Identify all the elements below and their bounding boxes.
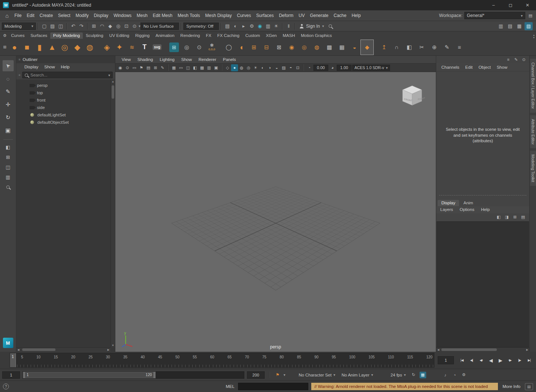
attribute-editor-toggle-icon[interactable]: ▦ [515, 22, 523, 30]
new-scene-icon[interactable]: ▢ [40, 22, 48, 30]
range-end-handle[interactable] [153, 372, 155, 378]
lock-camera-icon[interactable]: ⊙ [124, 64, 131, 71]
scrollbar-thumb[interactable] [441, 348, 497, 351]
open-scene-icon[interactable]: ▨ [48, 22, 57, 30]
quad-draw-icon[interactable]: ✎ [441, 40, 453, 55]
playhead[interactable]: 1 [10, 353, 16, 367]
channel-filter-icon[interactable]: ≡ [505, 56, 512, 63]
live-surface-field[interactable]: No Live Surface [140, 23, 179, 30]
outliner-item-persp[interactable]: persp [16, 82, 115, 89]
light-editor-icon[interactable]: ☀ [272, 22, 280, 30]
layout-four-pane-button[interactable]: ⊞ [3, 153, 13, 161]
snap-to-origin-icon[interactable]: ❄ 0,0,0 [206, 40, 218, 55]
step-forward-frame-button[interactable]: |▶ [515, 356, 524, 365]
scroll-right-icon[interactable]: ▶ [108, 348, 109, 351]
animation-start-field[interactable]: 1 [2, 371, 20, 379]
curve-comb-icon[interactable]: ≋ [126, 40, 138, 55]
bookmark-flag-icon[interactable]: ⚑ [274, 372, 281, 378]
poly-disc-icon[interactable]: ◍ [84, 40, 96, 55]
poly-plane-icon[interactable]: ◆ [71, 40, 84, 55]
rotate-tool[interactable]: ↻ [3, 112, 14, 123]
layout-outliner-pane-button[interactable]: ▥ [3, 173, 13, 181]
viewport-renderer-icon[interactable]: ◉ [256, 22, 264, 30]
play-button[interactable]: ▶ [496, 356, 505, 365]
shelf-scroll-arrows[interactable]: ▴ ▾ [533, 34, 536, 39]
shelf-tab[interactable]: FX Caching [214, 33, 242, 39]
maya-avatar[interactable]: M [3, 338, 13, 348]
outliner-item-top[interactable]: top [16, 89, 115, 96]
viewport-menu-item[interactable]: View [118, 57, 134, 62]
filter-icon[interactable]: ≡ [18, 73, 20, 77]
command-input[interactable] [238, 383, 308, 390]
menu-item[interactable]: Curves [234, 13, 254, 18]
extract-icon[interactable]: ⊠ [273, 40, 285, 55]
next-key-button[interactable]: •▶ [505, 356, 515, 365]
menu-item[interactable]: Generate [307, 13, 331, 18]
snap-to-projected-center-icon[interactable]: ◎ [114, 22, 122, 30]
go-to-start-button[interactable]: |◀ [457, 356, 467, 365]
previous-key-button[interactable]: ◀• [476, 356, 486, 365]
shelf-tab[interactable]: Motion Graphics [298, 33, 335, 39]
boolean-difference-icon[interactable]: ◎ [298, 40, 311, 55]
undo-icon[interactable]: ↶ [69, 22, 77, 30]
xray-icon[interactable]: ◓ [287, 64, 294, 71]
wireframe-icon[interactable]: ◇ [224, 64, 231, 71]
motion-blur-icon[interactable]: ◒ [273, 64, 280, 71]
grease-pencil-icon[interactable]: ✎ [159, 64, 166, 71]
extrude-icon[interactable]: ↥ [378, 40, 390, 55]
redo-icon[interactable]: ↷ [77, 22, 85, 30]
remesh-icon[interactable]: ▩ [323, 40, 336, 55]
insert-edge-loop-icon[interactable]: ≡ [453, 40, 466, 55]
lasso-tool[interactable]: ◌ [3, 73, 14, 84]
target-weld-icon[interactable]: ⊕ [428, 40, 441, 55]
poly-cube-icon[interactable]: ■ [21, 40, 33, 55]
layer-menu-item[interactable]: Layers [437, 207, 457, 212]
workspace-selector[interactable]: General* ▾ [464, 12, 525, 19]
move-layer-up-icon[interactable]: ◧ [495, 214, 502, 221]
close-button[interactable]: ✕ [519, 0, 536, 10]
paint-select-tool[interactable]: ✎ [3, 86, 14, 97]
bevel-icon[interactable]: ◆ [361, 40, 373, 55]
use-all-lights-icon[interactable]: ☀ [252, 64, 259, 71]
layer-menu-item[interactable]: Help [478, 207, 493, 212]
outliner-menu-item[interactable]: Display [21, 65, 41, 69]
menu-item[interactable]: Display [91, 13, 111, 18]
humanik-toggle-icon[interactable]: ▤ [506, 22, 514, 30]
playback-range-bar[interactable]: 1 120 [23, 372, 156, 378]
render-sequence-icon[interactable]: ▸ [240, 22, 248, 30]
camera-attributes-icon[interactable]: ▭ [131, 64, 138, 71]
scroll-up-icon[interactable]: ▴ [533, 34, 535, 36]
snap-to-point-icon[interactable]: ◆ [106, 22, 114, 30]
anim-layer-selector[interactable]: No Anim Layer ▾ [340, 373, 375, 377]
current-frame-field[interactable]: 1 [438, 356, 454, 364]
menu-item[interactable]: Edit [24, 13, 37, 18]
viewport-canvas[interactable]: FRONT RIGHT y persp [115, 72, 436, 352]
textured-mode-icon[interactable]: ◍ [238, 64, 245, 71]
channel-dock-tab[interactable]: Anim [460, 200, 477, 206]
channel-dock-tab[interactable]: Display [438, 200, 459, 206]
render-settings-icon[interactable]: ⚙ [248, 22, 256, 30]
menu-set-selector[interactable]: Modeling ▾ [2, 23, 36, 30]
shelf-tab[interactable]: Animation [153, 33, 177, 39]
menu-item[interactable]: Select [55, 13, 73, 18]
gamma-field[interactable]: 1.00 [337, 65, 352, 71]
layout-single-pane-button[interactable]: ◧ [3, 143, 13, 151]
smooth-mesh-icon[interactable]: ◒ [348, 40, 361, 55]
select-camera-icon[interactable]: ◉ [117, 64, 124, 71]
command-language-toggle[interactable]: MEL [225, 384, 235, 389]
poly-torus-icon[interactable]: ◎ [58, 40, 71, 55]
scroll-down-icon[interactable]: ▾ [533, 36, 535, 39]
shaded-mode-icon[interactable]: ● [231, 64, 238, 71]
menu-item[interactable]: Cache [331, 13, 349, 18]
image-plane-icon[interactable]: ▤ [145, 64, 152, 71]
snap-to-grid-icon[interactable]: ⊞ [90, 22, 98, 30]
channel-menu-item[interactable]: Edit [462, 65, 476, 69]
outliner-item-front[interactable]: front [16, 96, 115, 104]
layer-list[interactable] [437, 221, 529, 347]
poly-sphere-icon[interactable]: ● [8, 40, 21, 55]
center-pivot-icon[interactable]: ◎ [180, 40, 193, 55]
film-gate-icon[interactable]: ▭ [177, 64, 184, 71]
save-scene-icon[interactable]: ◫ [57, 22, 65, 30]
loop-playback-icon[interactable]: ↻ [410, 372, 417, 378]
modeling-toolkit-toggle-icon[interactable]: ▥ [497, 22, 505, 30]
